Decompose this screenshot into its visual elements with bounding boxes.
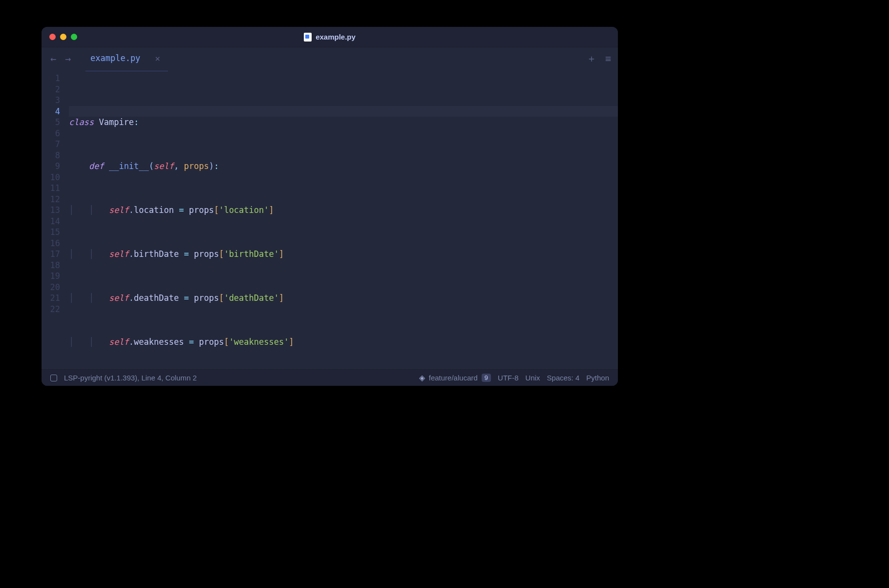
close-window-button[interactable] — [49, 34, 56, 40]
minimize-window-button[interactable] — [60, 34, 66, 40]
tab-bar: ← → example.py × + ≡ — [42, 47, 618, 70]
line-number: 21 — [42, 293, 60, 304]
new-tab-icon[interactable]: + — [589, 53, 594, 64]
line-number: 19 — [42, 271, 60, 282]
status-encoding[interactable]: UTF-8 — [498, 374, 519, 382]
line-number: 13 — [42, 205, 60, 216]
status-line-ending[interactable]: Unix — [526, 374, 540, 382]
branch-icon: ◈ — [419, 373, 425, 382]
line-number: 2 — [42, 84, 60, 95]
line-number: 7 — [42, 139, 60, 150]
maximize-window-button[interactable] — [71, 34, 77, 40]
editor[interactable]: 12345678910111213141516171819202122 clas… — [42, 70, 618, 369]
line-number: 6 — [42, 128, 60, 139]
code-line[interactable]: │ │ self.birthDate = props['birthDate'] — [69, 249, 618, 260]
line-number: 14 — [42, 216, 60, 227]
file-icon — [304, 33, 312, 42]
window-title: example.py — [42, 33, 618, 42]
status-bar: LSP-pyright (v1.1.393), Line 4, Column 2… — [42, 369, 618, 386]
status-branch[interactable]: ◈ feature/alucard 9 — [419, 373, 491, 382]
nav-arrows: ← → — [48, 54, 73, 63]
line-number: 11 — [42, 183, 60, 194]
line-number: 16 — [42, 238, 60, 249]
tab-close-icon[interactable]: × — [155, 53, 160, 63]
line-number: 10 — [42, 172, 60, 183]
gutter: 12345678910111213141516171819202122 — [42, 70, 69, 369]
tab-active[interactable]: example.py × — [85, 49, 168, 68]
line-number: 12 — [42, 194, 60, 205]
line-number: 1 — [42, 73, 60, 84]
line-number: 17 — [42, 249, 60, 260]
panel-icon[interactable] — [50, 375, 57, 381]
tab-label: example.py — [90, 53, 140, 63]
titlebar: example.py — [42, 27, 618, 47]
line-number: 22 — [42, 304, 60, 315]
code-line[interactable]: │ │ self.weaknesses = props['weaknesses'… — [69, 336, 618, 348]
nav-forward-icon[interactable]: → — [63, 54, 73, 63]
line-number: 18 — [42, 260, 60, 271]
code-area[interactable]: class Vampire: def __init__(self, props)… — [69, 70, 618, 369]
traffic-lights — [42, 34, 77, 40]
current-line-highlight — [69, 106, 618, 117]
tab-bar-actions: + ≡ — [589, 53, 611, 64]
nav-back-icon[interactable]: ← — [48, 54, 58, 63]
line-number: 9 — [42, 161, 60, 172]
code-line[interactable]: def __init__(self, props): — [69, 161, 618, 172]
line-number: 5 — [42, 117, 60, 128]
code-line[interactable]: │ │ self.deathDate = props['deathDate'] — [69, 293, 618, 304]
branch-name: feature/alucard — [429, 374, 478, 382]
code-line[interactable]: class Vampire: — [69, 117, 618, 128]
status-left[interactable]: LSP-pyright (v1.1.393), Line 4, Column 2 — [64, 374, 197, 382]
editor-window: example.py ← → example.py × + ≡ 12345678… — [42, 27, 618, 386]
status-indent[interactable]: Spaces: 4 — [547, 374, 580, 382]
line-number: 3 — [42, 95, 60, 106]
status-syntax[interactable]: Python — [586, 374, 609, 382]
line-number: 8 — [42, 150, 60, 161]
line-number: 4 — [42, 106, 60, 117]
window-title-text: example.py — [316, 33, 356, 41]
code-line[interactable]: │ │ self.location = props['location'] — [69, 205, 618, 216]
branch-badge: 9 — [482, 374, 491, 382]
line-number: 15 — [42, 227, 60, 238]
tab-menu-icon[interactable]: ≡ — [605, 53, 611, 64]
line-number: 20 — [42, 282, 60, 293]
